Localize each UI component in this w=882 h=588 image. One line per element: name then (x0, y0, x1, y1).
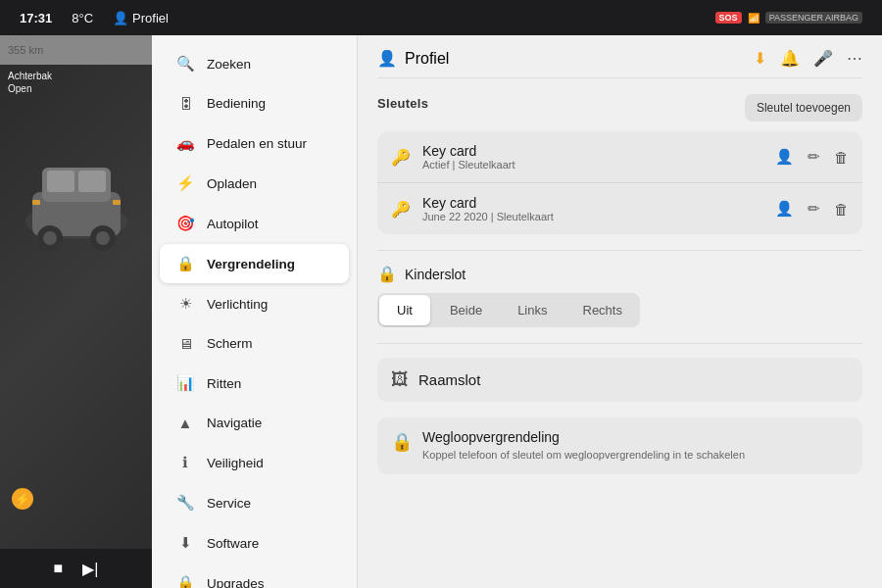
key-edit-icon-1[interactable]: ✏ (808, 200, 820, 218)
profile-person-icon: 👤 (377, 49, 397, 68)
navigatie-label: Navigatie (207, 416, 262, 430)
status-profile[interactable]: 👤 Profiel (113, 11, 169, 25)
key-sub-0: Actief | Sleutelkaart (422, 159, 775, 171)
sidebar-item-bediening[interactable]: 🎛Bediening (160, 84, 349, 122)
ritten-icon: 📊 (175, 374, 195, 392)
scherm-icon: 🖥 (175, 335, 195, 352)
sidebar: 🔍Zoeken🎛Bediening🚗Pedalen en stuur⚡Oplad… (152, 35, 358, 588)
key-name-0: Key card (422, 143, 775, 159)
divider-2 (377, 343, 862, 344)
sidebar-item-opladen[interactable]: ⚡Opladen (160, 164, 349, 203)
kinderslot-section: 🔒 Kinderslot UitBeideLinksRechts (377, 265, 862, 327)
svg-rect-9 (32, 200, 40, 205)
veiligheid-icon: ℹ (175, 454, 195, 471)
raamslot-label: Raamslot (418, 371, 480, 388)
autopilot-label: Autopilot (207, 217, 259, 231)
raamslot-icon: 🖼 (391, 369, 409, 390)
more-icon[interactable]: ⋯ (847, 49, 862, 68)
key-actions-1: 👤 ✏ 🗑 (775, 200, 849, 218)
key-item-1: 🔑 Key card June 22 2020 | Sleutelkaart 👤… (377, 183, 862, 234)
kinderslot-option-links[interactable]: Links (500, 293, 564, 327)
opladen-icon: ⚡ (175, 174, 195, 192)
key-person-icon-1[interactable]: 👤 (775, 200, 794, 218)
achterbak-label: Achterbak Open (8, 70, 52, 95)
vergrendeling-label: Vergrendeling (207, 257, 295, 271)
key-edit-icon-0[interactable]: ✏ (808, 148, 820, 166)
autopilot-icon: 🎯 (175, 215, 195, 232)
key-delete-icon-0[interactable]: 🗑 (834, 149, 849, 166)
sidebar-item-pedalen[interactable]: 🚗Pedalen en stuur (160, 123, 349, 163)
bediening-label: Bediening (207, 96, 266, 111)
key-actions-0: 👤 ✏ 🗑 (775, 148, 849, 166)
wifi-icon: 📶 (748, 13, 760, 24)
key-person-icon-0[interactable]: 👤 (775, 148, 794, 166)
vergrendeling-icon: 🔒 (175, 255, 195, 272)
sidebar-item-upgrades[interactable]: 🔒Upgrades (160, 564, 349, 588)
sidebar-item-veiligheid[interactable]: ℹVeiligheid (160, 443, 349, 482)
mic-icon[interactable]: 🎤 (813, 49, 833, 68)
key-info-1: Key card June 22 2020 | Sleutelkaart (422, 195, 775, 222)
zoeken-label: Zoeken (207, 57, 251, 72)
content-panel: 👤 Profiel ⬇ 🔔 🎤 ⋯ Sleutels Sleutel toevo… (358, 35, 882, 588)
sleutel-toevoegen-button[interactable]: Sleutel toevoegen (745, 94, 862, 122)
svg-rect-10 (113, 200, 121, 205)
sidebar-item-zoeken[interactable]: 🔍Zoeken (160, 44, 349, 83)
sidebar-item-autopilot[interactable]: 🎯Autopilot (160, 204, 349, 243)
svg-point-8 (96, 231, 110, 245)
next-button[interactable]: ▶| (82, 560, 98, 578)
lightning-badge: ⚡ (12, 488, 33, 510)
service-icon: 🔧 (175, 494, 195, 512)
kinderslot-option-uit[interactable]: Uit (379, 295, 430, 325)
car-panel-top: 355 km (0, 35, 152, 65)
download-icon[interactable]: ⬇ (754, 49, 766, 68)
sidebar-item-navigatie[interactable]: ▲Navigatie (160, 404, 349, 442)
opladen-label: Opladen (207, 176, 257, 191)
service-label: Service (207, 496, 251, 511)
media-controls: ■ ▶| (0, 549, 152, 588)
key-info-0: Key card Actief | Sleutelkaart (422, 143, 775, 171)
key-sub-1: June 22 2020 | Sleutelkaart (422, 211, 775, 222)
status-temp: 8°C (72, 11, 93, 25)
sidebar-item-scherm[interactable]: 🖥Scherm (160, 324, 349, 363)
software-label: Software (207, 536, 259, 551)
veiligheid-label: Veiligheid (207, 456, 264, 470)
kinderslot-title: Kinderslot (405, 267, 466, 282)
key-icon-0: 🔑 (391, 148, 411, 167)
svg-rect-3 (47, 171, 74, 192)
car-image (0, 114, 152, 290)
sleutels-title: Sleutels (377, 96, 428, 111)
sleutels-section: Sleutels Sleutel toevoegen 🔑 Key card Ac… (377, 94, 862, 234)
sidebar-item-verlichting[interactable]: ☀Verlichting (160, 284, 349, 323)
profile-title-text: Profiel (405, 50, 449, 68)
sidebar-item-vergrendeling[interactable]: 🔒Vergrendeling (160, 244, 349, 283)
sos-badge: SOS (715, 12, 742, 24)
svg-rect-4 (78, 171, 106, 192)
bell-icon[interactable]: 🔔 (780, 49, 800, 68)
upgrades-label: Upgrades (207, 576, 265, 589)
navigatie-icon: ▲ (175, 415, 195, 431)
wegloop-title: Wegloopvergrendeling (422, 429, 745, 445)
kinderslot-toggle-group: UitBeideLinksRechts (377, 293, 640, 327)
kinderslot-option-beide[interactable]: Beide (432, 293, 500, 327)
verlichting-icon: ☀ (175, 295, 195, 313)
key-delete-icon-1[interactable]: 🗑 (834, 201, 849, 218)
upgrades-icon: 🔒 (175, 574, 195, 588)
zoeken-icon: 🔍 (175, 55, 195, 73)
car-panel: 355 km Achterbak Open (0, 35, 152, 588)
wegloop-sub: Koppel telefoon of sleutel om wegloopver… (422, 448, 745, 463)
raamslot-section: 🖼 Raamslot (377, 358, 862, 402)
sidebar-item-ritten[interactable]: 📊Ritten (160, 364, 349, 403)
stop-button[interactable]: ■ (54, 560, 64, 577)
status-time: 17:31 (20, 11, 52, 25)
kinderslot-option-rechts[interactable]: Rechts (565, 293, 640, 327)
wegloop-row: 🔒 Wegloopvergrendeling Koppel telefoon o… (377, 417, 862, 474)
profile-header: 👤 Profiel ⬇ 🔔 🎤 ⋯ (377, 35, 862, 78)
key-icon-1: 🔑 (391, 200, 411, 219)
keys-container: 🔑 Key card Actief | Sleutelkaart 👤 ✏ 🗑 🔑… (377, 131, 862, 234)
profile-icon-bar: ⬇ 🔔 🎤 ⋯ (754, 49, 862, 68)
sidebar-item-software[interactable]: ⬇Software (160, 523, 349, 563)
sleutels-header: Sleutels Sleutel toevoegen (377, 94, 862, 122)
key-name-1: Key card (422, 195, 775, 211)
sidebar-item-service[interactable]: 🔧Service (160, 483, 349, 522)
screen-container: 17:31 8°C 👤 Profiel SOS 📶 PASSENGER AIRB… (0, 0, 882, 588)
